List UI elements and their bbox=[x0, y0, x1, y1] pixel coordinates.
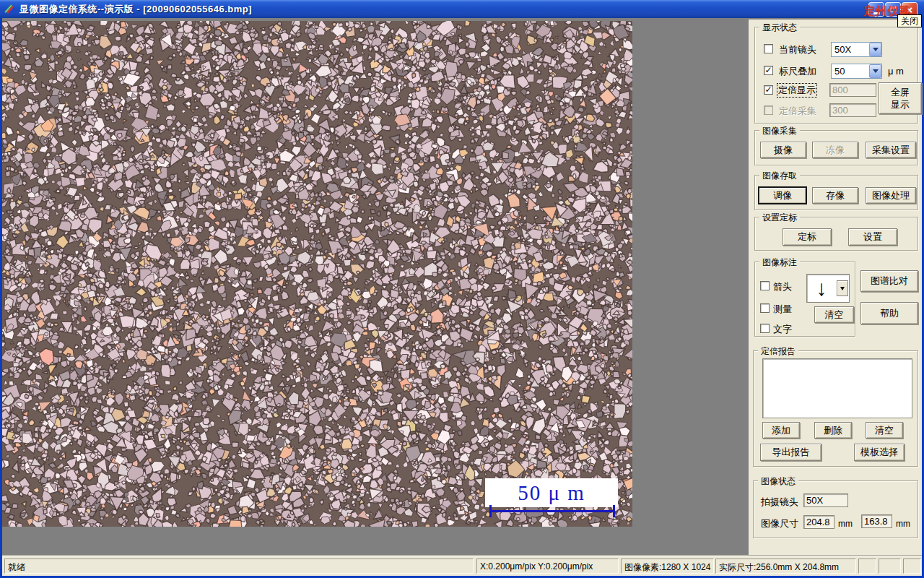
save-image-button[interactable]: 存像 bbox=[812, 187, 858, 204]
status-pixel-scale: X:0.200μm/pix Y:0.200μm/pix bbox=[476, 558, 619, 574]
check-icon: ✓ bbox=[764, 66, 772, 74]
micrograph-image bbox=[2, 21, 632, 527]
group-annotation: 图像标注 箭头 ↓ 测量 清空 文字 bbox=[754, 262, 855, 337]
label-scale-unit: μ m bbox=[888, 66, 904, 77]
label-fixed-display: 定倍显示 bbox=[777, 83, 817, 98]
group-display-status: 显示状态 当前镜头 50X ✓ 标尺叠加 50 μ m ✓ 定倍显示 定倍采集 … bbox=[754, 27, 918, 124]
group-image-storage-title: 图像存取 bbox=[759, 170, 800, 182]
settings-button[interactable]: 设置 bbox=[848, 228, 897, 246]
app-window: 显微图像定倍系统--演示版 - [20090602055646.bmp] × 定… bbox=[0, 0, 924, 578]
group-image-capture-title: 图像采集 bbox=[759, 125, 800, 137]
checkbox-measure[interactable] bbox=[760, 303, 770, 313]
capture-button[interactable]: 摄像 bbox=[760, 142, 806, 158]
group-image-storage: 图像存取 调像 存像 图像处理 bbox=[754, 175, 918, 210]
arrow-style-combo[interactable]: ↓ bbox=[806, 274, 850, 303]
group-calibration-title: 设置定标 bbox=[759, 212, 800, 224]
group-image-status: 图像状态 拍摄镜头 50X 图像尺寸 204.8 mm 163.8 mm bbox=[753, 480, 918, 538]
dropdown-arrow-icon[interactable] bbox=[837, 280, 848, 296]
close-tooltip: 关闭 bbox=[897, 14, 922, 27]
window-title: 显微图像定倍系统--演示版 - [20090602055646.bmp] bbox=[19, 3, 252, 16]
title-bar: 显微图像定倍系统--演示版 - [20090602055646.bmp] × 定… bbox=[0, 0, 924, 18]
scale-bar-label-box: 50 μ m bbox=[485, 478, 618, 507]
group-image-status-title: 图像状态 bbox=[758, 475, 798, 488]
group-calibration: 设置定标 定标 设置 bbox=[754, 217, 918, 251]
label-fixed-capture: 定倍采集 bbox=[779, 105, 816, 118]
report-listbox[interactable] bbox=[762, 358, 912, 418]
checkbox-fixed-display[interactable]: ✓ bbox=[764, 85, 773, 95]
label-text: 文字 bbox=[773, 323, 792, 336]
scale-bar-tick-right bbox=[613, 505, 615, 517]
label-height-unit: mm bbox=[896, 519, 910, 529]
combo-current-lens[interactable]: 50X bbox=[831, 42, 882, 57]
input-fixed-display bbox=[829, 83, 876, 97]
check-icon: ✓ bbox=[764, 86, 772, 94]
group-report: 定倍报告 添加 删除 清空 导出报告 模板选择 bbox=[753, 350, 918, 467]
report-add-button[interactable]: 添加 bbox=[762, 422, 800, 439]
status-actual-size: 实际尺寸:256.0mm X 204.8mm bbox=[715, 558, 856, 574]
scale-bar-tick-left bbox=[489, 505, 492, 517]
combo-scale-value-text: 50 bbox=[832, 64, 869, 78]
help-button[interactable]: 帮助 bbox=[860, 302, 918, 324]
label-arrow: 箭头 bbox=[773, 280, 792, 293]
status-image-pixels: 图像像素:1280 X 1024 bbox=[621, 558, 714, 574]
status-empty-2 bbox=[879, 558, 901, 574]
group-image-capture: 图像采集 摄像 冻像 采集设置 bbox=[754, 130, 918, 165]
export-report-button[interactable]: 导出报告 bbox=[760, 444, 821, 461]
checkbox-text[interactable] bbox=[760, 324, 770, 333]
atlas-compare-button[interactable]: 图谱比对 bbox=[860, 270, 918, 292]
checkbox-fixed-capture bbox=[764, 105, 773, 115]
field-image-width: 204.8 bbox=[803, 515, 834, 529]
label-scale-overlay: 标尺叠加 bbox=[779, 65, 816, 78]
restore-icon bbox=[890, 7, 897, 12]
minimize-button[interactable] bbox=[868, 2, 884, 17]
scale-bar-text: 50 μ m bbox=[518, 481, 585, 505]
micrograph-viewer[interactable]: 50 μ m bbox=[2, 21, 632, 527]
report-delete-button[interactable]: 删除 bbox=[814, 422, 852, 439]
capture-settings-button[interactable]: 采集设置 bbox=[866, 142, 916, 158]
dropdown-arrow-icon[interactable] bbox=[869, 64, 881, 78]
clear-annotation-button[interactable]: 清空 bbox=[814, 306, 854, 323]
load-image-button[interactable]: 调像 bbox=[758, 186, 807, 204]
group-report-title: 定倍报告 bbox=[758, 345, 798, 358]
image-processing-button[interactable]: 图像处理 bbox=[866, 187, 916, 204]
label-capture-lens: 拍摄镜头 bbox=[761, 496, 798, 509]
checkbox-scale-overlay[interactable]: ✓ bbox=[764, 66, 773, 75]
status-empty-3 bbox=[903, 558, 921, 574]
calibrate-button[interactable]: 定标 bbox=[783, 228, 832, 246]
minimize-icon bbox=[873, 12, 880, 14]
label-current-lens: 当前镜头 bbox=[779, 43, 816, 56]
arrow-style-value: ↓ bbox=[807, 275, 836, 302]
freeze-button: 冻像 bbox=[812, 142, 858, 158]
dropdown-arrow-icon[interactable] bbox=[869, 43, 881, 56]
checkbox-arrow[interactable] bbox=[760, 281, 770, 290]
status-bar: 就绪 X:0.200μm/pix Y:0.200μm/pix 图像像素:1280… bbox=[2, 555, 922, 576]
app-icon bbox=[4, 3, 16, 15]
report-clear-button[interactable]: 清空 bbox=[866, 422, 903, 439]
combo-current-lens-value: 50X bbox=[832, 43, 869, 56]
status-ready: 就绪 bbox=[4, 558, 474, 574]
label-measure: 测量 bbox=[773, 303, 792, 316]
field-image-height: 163.8 bbox=[861, 514, 892, 528]
control-panel: 显示状态 当前镜头 50X ✓ 标尺叠加 50 μ m ✓ 定倍显示 定倍采集 … bbox=[749, 20, 922, 555]
group-display-status-title: 显示状态 bbox=[759, 22, 800, 34]
input-fixed-capture bbox=[829, 103, 876, 117]
status-empty-1 bbox=[858, 558, 876, 574]
field-capture-lens: 50X bbox=[803, 493, 848, 507]
scale-bar-line bbox=[489, 510, 615, 512]
fullscreen-button[interactable]: 全屏显示 bbox=[879, 82, 922, 114]
close-icon: × bbox=[907, 4, 913, 15]
label-image-size: 图像尺寸 bbox=[761, 517, 798, 530]
checkbox-current-lens[interactable] bbox=[764, 44, 773, 53]
group-annotation-title: 图像标注 bbox=[759, 256, 800, 269]
label-width-unit: mm bbox=[838, 519, 853, 529]
combo-scale-value[interactable]: 50 bbox=[831, 64, 882, 79]
template-select-button[interactable]: 模板选择 bbox=[854, 444, 905, 461]
